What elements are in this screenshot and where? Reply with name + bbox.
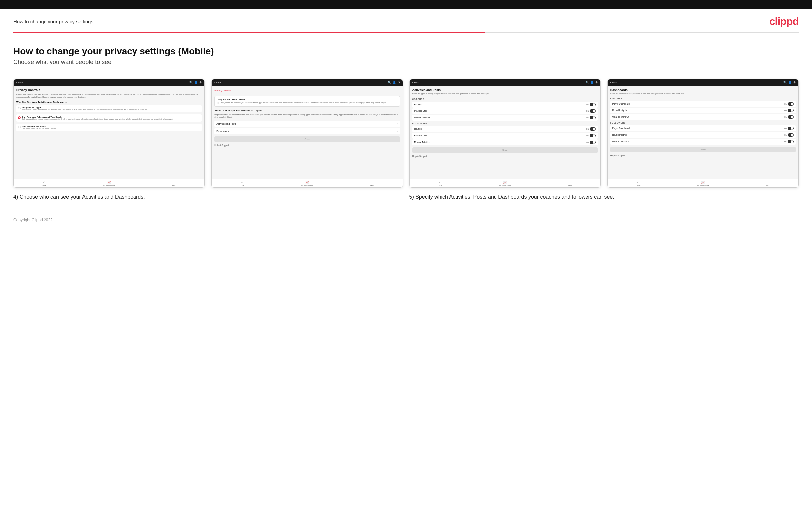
radio-everyone[interactable] [18, 107, 20, 110]
people-icon[interactable]: 👤 [194, 81, 198, 84]
toggle-switch-d-f3[interactable] [788, 140, 794, 143]
people-icon-3[interactable]: 👤 [591, 81, 594, 84]
screen1-section-title: Who Can See Your Activities and Dashboar… [16, 101, 202, 103]
followers-rounds-row: Rounds ON [412, 126, 598, 132]
chart-icon: 📈 [107, 180, 111, 184]
coaches-round-insights-row: Round Insights ON [610, 108, 796, 113]
search-icon-4[interactable]: 🔍 [783, 81, 787, 84]
coaches-drills-toggle[interactable]: ON [587, 110, 596, 113]
save-btn-4[interactable]: Save [610, 147, 796, 152]
nav-menu-2[interactable]: ☰ Menu [370, 180, 374, 186]
followers-rounds-toggle[interactable]: ON [587, 127, 596, 131]
toggle-switch-d-c1[interactable] [788, 102, 794, 106]
toggle-switch-f1[interactable] [590, 127, 596, 131]
screen1-nav-icons: 🔍 👤 ⚙ [189, 81, 202, 84]
nav-home-3[interactable]: ⌂ Home [438, 180, 442, 186]
toggle-switch-d-f1[interactable] [788, 127, 794, 130]
nav-menu-4[interactable]: ☰ Menu [766, 180, 770, 186]
nav-perf-2[interactable]: 📈 My Performance [301, 180, 313, 186]
menu-label-3: Menu [568, 184, 572, 186]
nav-menu-1[interactable]: ☰ Menu [172, 180, 176, 186]
footer: Copyright Clippd 2022 [0, 211, 812, 229]
toggle-switch-d-c2[interactable] [788, 109, 794, 112]
top-bar [0, 0, 812, 9]
screen2-mockup: ‹ Back 🔍 👤 ⚙ Privacy Controls Only You a… [211, 79, 403, 188]
toggle-switch-d-f2[interactable] [788, 133, 794, 137]
screen4-nav-icons: 🔍 👤 ⚙ [783, 81, 796, 84]
coaches-manual-toggle[interactable]: ON [587, 116, 596, 119]
people-icon-2[interactable]: 👤 [393, 81, 396, 84]
toggle-switch-d-c3[interactable] [788, 115, 794, 119]
toggle-switch-f3[interactable] [590, 141, 596, 144]
search-icon-2[interactable]: 🔍 [388, 81, 391, 84]
screen2-content: Privacy Controls Only You and Your Coach… [211, 86, 402, 178]
nav-home-2[interactable]: ⌂ Home [240, 180, 244, 186]
screen4-nav: ‹ Back 🔍 👤 ⚙ [608, 79, 798, 86]
caption-5: 5) Specify which Activities, Posts and D… [409, 193, 799, 201]
radio-coach-only[interactable] [18, 126, 20, 128]
callout-radio[interactable] [216, 102, 218, 104]
people-icon-4[interactable]: 👤 [789, 81, 792, 84]
captions-row: 4) Choose who can see your Activities an… [13, 193, 799, 201]
toggle-switch-f2[interactable] [590, 134, 596, 137]
settings-icon[interactable]: ⚙ [199, 81, 202, 84]
coaches-rounds-row: Rounds ON [412, 102, 598, 108]
perf-label: My Performance [103, 184, 115, 186]
coaches-player-dashboard-label: Player Dashboard [612, 103, 630, 105]
coaches-drills-row: Practice Drills ON [412, 108, 598, 114]
copyright-text: Copyright Clippd 2022 [13, 218, 53, 222]
followers-drills-toggle[interactable]: ON [587, 134, 596, 137]
chart-icon-4: 📈 [701, 180, 705, 184]
dashboards-item[interactable]: Dashboards › [214, 128, 400, 134]
save-btn-3[interactable]: Save [412, 147, 598, 153]
followers-ri-toggle[interactable]: ON [784, 133, 794, 137]
coaches-ri-toggle[interactable]: ON [784, 109, 794, 112]
coaches-rounds-toggle[interactable]: ON [587, 103, 596, 106]
menu-icon: ☰ [172, 180, 175, 184]
radio-approved[interactable] [18, 116, 20, 119]
home-label-2: Home [240, 184, 244, 186]
screen3-content: Activities and Posts Select the types of… [410, 86, 601, 178]
coaches-label-4: COACHES [610, 97, 796, 100]
home-label-3: Home [438, 184, 442, 186]
screen3-back[interactable]: ‹ Back [412, 81, 419, 83]
option-coach-only[interactable]: Only You and Your Coach Only you and the… [16, 124, 202, 131]
nav-perf-4[interactable]: 📈 My Performance [697, 180, 709, 186]
settings-icon-2[interactable]: ⚙ [398, 81, 400, 84]
menu-icon-4: ☰ [766, 180, 769, 184]
coaches-what-to-work-row: What To Work On ON [610, 114, 796, 120]
screen1-back[interactable]: ‹ Back [16, 81, 23, 83]
coaches-what-to-work-label: What To Work On [612, 116, 629, 118]
screen2-nav: ‹ Back 🔍 👤 ⚙ [211, 79, 402, 86]
header-title: How to change your privacy settings [13, 18, 93, 24]
dashboards-label: Dashboards [216, 130, 229, 132]
followers-manual-toggle[interactable]: ON [587, 141, 596, 144]
search-icon-3[interactable]: 🔍 [586, 81, 589, 84]
toggle-switch-c1[interactable] [590, 103, 596, 106]
followers-pd-toggle[interactable]: ON [784, 127, 794, 130]
nav-perf-3[interactable]: 📈 My Performance [499, 180, 511, 186]
search-icon[interactable]: 🔍 [189, 81, 193, 84]
screen4-back[interactable]: ‹ Back [610, 81, 617, 83]
home-icon: ⌂ [43, 180, 45, 184]
nav-home-1[interactable]: ⌂ Home [42, 180, 46, 186]
main-content: How to change your privacy settings (Mob… [0, 33, 812, 211]
nav-perf-1[interactable]: 📈 My Performance [103, 180, 115, 186]
toggle-switch-c2[interactable] [590, 110, 596, 113]
followers-wtw-toggle[interactable]: ON [784, 140, 794, 143]
save-btn-2[interactable]: Save [214, 136, 400, 142]
perf-label-4: My Performance [697, 184, 709, 186]
option-approved[interactable]: Only Approved Followers and Your Coach O… [16, 114, 202, 122]
option-everyone[interactable]: Everyone on Clippd Everyone on Clippd ca… [16, 105, 202, 112]
tab-privacy[interactable]: Privacy Controls [214, 88, 234, 93]
menu-label-4: Menu [766, 184, 770, 186]
nav-home-4[interactable]: ⌂ Home [636, 180, 640, 186]
nav-menu-3[interactable]: ☰ Menu [568, 180, 572, 186]
screen2-back[interactable]: ‹ Back [214, 81, 221, 83]
settings-icon-3[interactable]: ⚙ [596, 81, 598, 84]
toggle-switch-c3[interactable] [590, 116, 596, 119]
coaches-wtw-toggle[interactable]: ON [784, 115, 794, 119]
activities-posts-item[interactable]: Activities and Posts › [214, 121, 400, 127]
settings-icon-4[interactable]: ⚙ [794, 81, 796, 84]
coaches-pd-toggle[interactable]: ON [784, 102, 794, 106]
